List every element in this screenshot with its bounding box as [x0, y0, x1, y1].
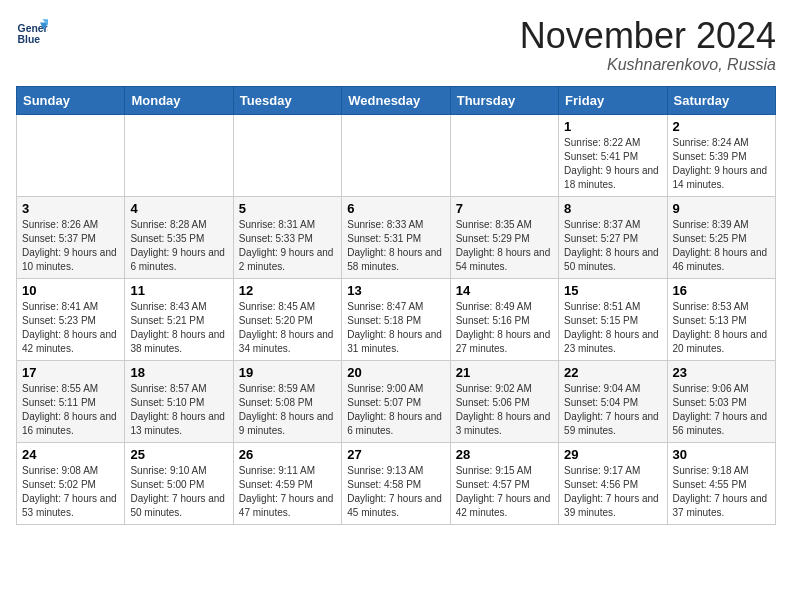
day-info: Sunrise: 8:45 AM Sunset: 5:20 PM Dayligh… [239, 300, 336, 356]
calendar-cell [233, 114, 341, 196]
day-info: Sunrise: 9:10 AM Sunset: 5:00 PM Dayligh… [130, 464, 227, 520]
day-info: Sunrise: 8:59 AM Sunset: 5:08 PM Dayligh… [239, 382, 336, 438]
day-info: Sunrise: 9:18 AM Sunset: 4:55 PM Dayligh… [673, 464, 770, 520]
calendar-cell: 14Sunrise: 8:49 AM Sunset: 5:16 PM Dayli… [450, 278, 558, 360]
day-info: Sunrise: 8:51 AM Sunset: 5:15 PM Dayligh… [564, 300, 661, 356]
day-info: Sunrise: 8:31 AM Sunset: 5:33 PM Dayligh… [239, 218, 336, 274]
calendar-cell [17, 114, 125, 196]
day-info: Sunrise: 8:24 AM Sunset: 5:39 PM Dayligh… [673, 136, 770, 192]
day-number: 12 [239, 283, 336, 298]
calendar-week-row: 17Sunrise: 8:55 AM Sunset: 5:11 PM Dayli… [17, 360, 776, 442]
day-info: Sunrise: 9:00 AM Sunset: 5:07 PM Dayligh… [347, 382, 444, 438]
day-info: Sunrise: 8:57 AM Sunset: 5:10 PM Dayligh… [130, 382, 227, 438]
calendar-cell: 11Sunrise: 8:43 AM Sunset: 5:21 PM Dayli… [125, 278, 233, 360]
day-info: Sunrise: 9:02 AM Sunset: 5:06 PM Dayligh… [456, 382, 553, 438]
day-info: Sunrise: 8:43 AM Sunset: 5:21 PM Dayligh… [130, 300, 227, 356]
calendar-cell: 9Sunrise: 8:39 AM Sunset: 5:25 PM Daylig… [667, 196, 775, 278]
day-info: Sunrise: 8:28 AM Sunset: 5:35 PM Dayligh… [130, 218, 227, 274]
calendar-cell: 27Sunrise: 9:13 AM Sunset: 4:58 PM Dayli… [342, 442, 450, 524]
day-info: Sunrise: 8:26 AM Sunset: 5:37 PM Dayligh… [22, 218, 119, 274]
weekday-header: Thursday [450, 86, 558, 114]
calendar-cell: 17Sunrise: 8:55 AM Sunset: 5:11 PM Dayli… [17, 360, 125, 442]
day-number: 2 [673, 119, 770, 134]
day-info: Sunrise: 9:15 AM Sunset: 4:57 PM Dayligh… [456, 464, 553, 520]
calendar-cell [342, 114, 450, 196]
day-info: Sunrise: 8:33 AM Sunset: 5:31 PM Dayligh… [347, 218, 444, 274]
logo-icon: General Blue [16, 16, 48, 48]
logo: General Blue [16, 16, 48, 48]
day-number: 28 [456, 447, 553, 462]
calendar-cell: 5Sunrise: 8:31 AM Sunset: 5:33 PM Daylig… [233, 196, 341, 278]
calendar-cell: 26Sunrise: 9:11 AM Sunset: 4:59 PM Dayli… [233, 442, 341, 524]
calendar-cell: 12Sunrise: 8:45 AM Sunset: 5:20 PM Dayli… [233, 278, 341, 360]
weekday-header: Sunday [17, 86, 125, 114]
calendar-cell: 3Sunrise: 8:26 AM Sunset: 5:37 PM Daylig… [17, 196, 125, 278]
day-info: Sunrise: 8:55 AM Sunset: 5:11 PM Dayligh… [22, 382, 119, 438]
day-number: 24 [22, 447, 119, 462]
day-info: Sunrise: 8:53 AM Sunset: 5:13 PM Dayligh… [673, 300, 770, 356]
calendar-cell: 15Sunrise: 8:51 AM Sunset: 5:15 PM Dayli… [559, 278, 667, 360]
day-number: 15 [564, 283, 661, 298]
month-title: November 2024 [520, 16, 776, 56]
calendar-week-row: 1Sunrise: 8:22 AM Sunset: 5:41 PM Daylig… [17, 114, 776, 196]
calendar-cell: 23Sunrise: 9:06 AM Sunset: 5:03 PM Dayli… [667, 360, 775, 442]
day-number: 19 [239, 365, 336, 380]
day-info: Sunrise: 8:41 AM Sunset: 5:23 PM Dayligh… [22, 300, 119, 356]
day-number: 25 [130, 447, 227, 462]
calendar-cell: 8Sunrise: 8:37 AM Sunset: 5:27 PM Daylig… [559, 196, 667, 278]
calendar-week-row: 10Sunrise: 8:41 AM Sunset: 5:23 PM Dayli… [17, 278, 776, 360]
page-header: General Blue November 2024 Kushnarenkovo… [16, 16, 776, 74]
day-number: 23 [673, 365, 770, 380]
calendar-cell [450, 114, 558, 196]
day-number: 4 [130, 201, 227, 216]
day-number: 9 [673, 201, 770, 216]
day-number: 30 [673, 447, 770, 462]
day-info: Sunrise: 9:06 AM Sunset: 5:03 PM Dayligh… [673, 382, 770, 438]
calendar-week-row: 24Sunrise: 9:08 AM Sunset: 5:02 PM Dayli… [17, 442, 776, 524]
day-info: Sunrise: 9:04 AM Sunset: 5:04 PM Dayligh… [564, 382, 661, 438]
day-info: Sunrise: 8:37 AM Sunset: 5:27 PM Dayligh… [564, 218, 661, 274]
day-number: 6 [347, 201, 444, 216]
day-number: 1 [564, 119, 661, 134]
weekday-header: Monday [125, 86, 233, 114]
calendar-cell: 22Sunrise: 9:04 AM Sunset: 5:04 PM Dayli… [559, 360, 667, 442]
calendar-cell: 16Sunrise: 8:53 AM Sunset: 5:13 PM Dayli… [667, 278, 775, 360]
day-info: Sunrise: 9:11 AM Sunset: 4:59 PM Dayligh… [239, 464, 336, 520]
day-info: Sunrise: 8:49 AM Sunset: 5:16 PM Dayligh… [456, 300, 553, 356]
calendar-cell: 25Sunrise: 9:10 AM Sunset: 5:00 PM Dayli… [125, 442, 233, 524]
calendar-cell: 13Sunrise: 8:47 AM Sunset: 5:18 PM Dayli… [342, 278, 450, 360]
day-number: 27 [347, 447, 444, 462]
calendar-cell: 7Sunrise: 8:35 AM Sunset: 5:29 PM Daylig… [450, 196, 558, 278]
weekday-header: Friday [559, 86, 667, 114]
day-number: 10 [22, 283, 119, 298]
calendar-cell: 10Sunrise: 8:41 AM Sunset: 5:23 PM Dayli… [17, 278, 125, 360]
calendar-cell: 19Sunrise: 8:59 AM Sunset: 5:08 PM Dayli… [233, 360, 341, 442]
weekday-header: Saturday [667, 86, 775, 114]
day-number: 7 [456, 201, 553, 216]
day-number: 20 [347, 365, 444, 380]
day-number: 11 [130, 283, 227, 298]
day-info: Sunrise: 8:39 AM Sunset: 5:25 PM Dayligh… [673, 218, 770, 274]
day-number: 5 [239, 201, 336, 216]
weekday-header: Tuesday [233, 86, 341, 114]
calendar-week-row: 3Sunrise: 8:26 AM Sunset: 5:37 PM Daylig… [17, 196, 776, 278]
svg-text:Blue: Blue [18, 34, 41, 45]
title-block: November 2024 Kushnarenkovo, Russia [520, 16, 776, 74]
location: Kushnarenkovo, Russia [520, 56, 776, 74]
calendar-cell: 1Sunrise: 8:22 AM Sunset: 5:41 PM Daylig… [559, 114, 667, 196]
day-info: Sunrise: 8:47 AM Sunset: 5:18 PM Dayligh… [347, 300, 444, 356]
day-info: Sunrise: 9:13 AM Sunset: 4:58 PM Dayligh… [347, 464, 444, 520]
day-info: Sunrise: 9:08 AM Sunset: 5:02 PM Dayligh… [22, 464, 119, 520]
calendar-cell [125, 114, 233, 196]
day-number: 18 [130, 365, 227, 380]
day-number: 16 [673, 283, 770, 298]
day-info: Sunrise: 9:17 AM Sunset: 4:56 PM Dayligh… [564, 464, 661, 520]
calendar-cell: 29Sunrise: 9:17 AM Sunset: 4:56 PM Dayli… [559, 442, 667, 524]
calendar-cell: 18Sunrise: 8:57 AM Sunset: 5:10 PM Dayli… [125, 360, 233, 442]
calendar-table: SundayMondayTuesdayWednesdayThursdayFrid… [16, 86, 776, 525]
weekday-header: Wednesday [342, 86, 450, 114]
day-number: 3 [22, 201, 119, 216]
day-number: 26 [239, 447, 336, 462]
calendar-cell: 20Sunrise: 9:00 AM Sunset: 5:07 PM Dayli… [342, 360, 450, 442]
day-number: 13 [347, 283, 444, 298]
